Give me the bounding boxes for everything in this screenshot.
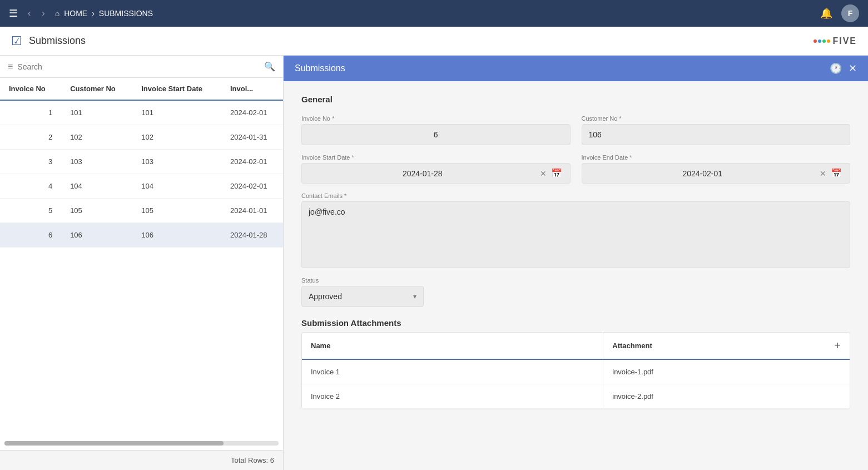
search-input[interactable] xyxy=(17,62,260,71)
att-name-cell: Invoice 2 xyxy=(302,384,603,409)
breadcrumb: ⌂ HOME › SUBMISSIONS xyxy=(55,9,153,18)
col-invoice-extra: Invoi... xyxy=(221,78,283,100)
attachment-col-label: Attachment xyxy=(612,342,652,350)
table-body: 1 101 101 2024-02-01 2 102 102 2024-01-3… xyxy=(0,100,283,248)
nav-back-button[interactable]: ‹ xyxy=(24,6,34,21)
table-row[interactable]: 5 105 105 2024-01-01 xyxy=(0,199,283,223)
table-row[interactable]: 1 101 101 2024-02-01 xyxy=(0,100,283,125)
cell-row-num: 5 xyxy=(0,199,61,223)
app-header-title: Submissions xyxy=(29,35,86,47)
logo-dot-orange xyxy=(827,39,830,43)
add-attachment-button[interactable]: + xyxy=(834,339,841,352)
invoice-no-input[interactable] xyxy=(301,124,571,145)
col-customer-no: Customer No xyxy=(61,78,132,100)
invoice-end-date-label: Invoice End Date * xyxy=(582,154,851,161)
att-name-cell: Invoice 1 xyxy=(302,359,603,384)
topbar-left: ☰ ‹ › ⌂ HOME › SUBMISSIONS xyxy=(9,6,153,21)
form-header-actions: 🕐 ✕ xyxy=(830,62,857,75)
home-label[interactable]: HOME xyxy=(64,9,87,18)
logo-dot-red xyxy=(814,39,817,43)
data-table: Invoice No Customer No Invoice Start Dat… xyxy=(0,78,283,248)
form-body: General Invoice No * Customer No * Invoi… xyxy=(284,81,868,470)
form-row-4: Status Approved ▾ Approved Pending Rejec… xyxy=(301,277,850,307)
cell-row-num: 3 xyxy=(0,150,61,174)
topbar-right: 🔔 F xyxy=(820,4,859,22)
table-container: Invoice No Customer No Invoice Start Dat… xyxy=(0,78,283,437)
col-start-date: Invoice Start Date xyxy=(132,78,221,100)
attachment-row: Invoice 1 invoice-1.pdf xyxy=(302,359,850,384)
end-date-clear-button[interactable]: ✕ xyxy=(817,169,829,178)
invoice-end-date-group: Invoice End Date * ✕ 📅 xyxy=(582,154,851,184)
cell-start-date: 2024-01-31 xyxy=(221,125,283,150)
form-row-3: Contact Emails * jo@five.co xyxy=(301,192,850,268)
table-row[interactable]: 3 103 103 2024-02-01 xyxy=(0,150,283,174)
cell-customer-no: 106 xyxy=(132,223,221,248)
cell-row-num: 1 xyxy=(0,100,61,125)
avatar[interactable]: F xyxy=(841,4,859,22)
att-col-attachment-header: Attachment + xyxy=(603,333,850,359)
cell-customer-no: 104 xyxy=(132,174,221,199)
customer-no-input[interactable] xyxy=(582,124,851,145)
five-logo: FIVE xyxy=(814,36,857,46)
table-header: Invoice No Customer No Invoice Start Dat… xyxy=(0,78,283,100)
notification-icon[interactable]: 🔔 xyxy=(820,7,832,19)
cell-start-date: 2024-02-01 xyxy=(221,100,283,125)
invoice-end-date-wrapper: ✕ 📅 xyxy=(582,163,851,184)
customer-no-label: Customer No * xyxy=(582,115,851,122)
attachments-table-wrapper: Name Attachment + Invoice 1 xyxy=(301,332,850,409)
right-panel: Submissions 🕐 ✕ General Invoice No * Cus… xyxy=(284,56,868,470)
invoice-start-date-group: Invoice Start Date * ✕ 📅 xyxy=(301,154,571,184)
form-row-1: Invoice No * Customer No * xyxy=(301,115,850,145)
filter-icon[interactable]: ≡ xyxy=(8,62,13,72)
table-row[interactable]: 4 104 104 2024-02-01 xyxy=(0,174,283,199)
nav-forward-button[interactable]: › xyxy=(38,6,48,21)
status-select-wrapper[interactable]: Approved ▾ Approved Pending Rejected xyxy=(301,286,424,307)
invoice-start-date-input[interactable] xyxy=(307,169,538,178)
att-file-cell: invoice-1.pdf xyxy=(603,359,850,384)
end-date-calendar-button[interactable]: 📅 xyxy=(829,168,844,179)
scrollbar-area xyxy=(0,437,283,450)
cell-row-num: 2 xyxy=(0,125,61,150)
cell-invoice-no: 103 xyxy=(61,150,132,174)
section-general-title: General xyxy=(301,95,850,104)
close-button[interactable]: ✕ xyxy=(849,62,857,75)
status-label: Status xyxy=(301,277,424,284)
search-bar: ≡ 🔍 xyxy=(0,56,283,78)
attachments-section-title: Submission Attachments xyxy=(301,318,850,328)
home-icon: ⌂ xyxy=(55,9,59,18)
attachments-header-row: Submission Attachments xyxy=(301,318,850,328)
start-date-calendar-button[interactable]: 📅 xyxy=(549,168,564,179)
menu-icon[interactable]: ☰ xyxy=(9,7,18,19)
cell-invoice-no: 104 xyxy=(61,174,132,199)
scrollbar-track[interactable] xyxy=(4,441,279,446)
table-row[interactable]: 6 106 106 2024-01-28 xyxy=(0,223,283,248)
form-title: Submissions xyxy=(295,63,345,73)
search-icon[interactable]: 🔍 xyxy=(264,61,275,72)
status-group: Status Approved ▾ Approved Pending Rejec… xyxy=(301,277,424,307)
logo-dot-green xyxy=(822,39,826,43)
five-logo-text: FIVE xyxy=(832,36,857,46)
cell-row-num: 6 xyxy=(0,223,61,248)
logo-dot-blue xyxy=(818,39,821,43)
left-panel: ≡ 🔍 Invoice No Customer No Invoice Start… xyxy=(0,56,284,470)
att-file-cell: invoice-2.pdf xyxy=(603,384,850,409)
invoice-end-date-input[interactable] xyxy=(588,169,818,178)
cell-start-date: 2024-01-01 xyxy=(221,199,283,223)
main-layout: ≡ 🔍 Invoice No Customer No Invoice Start… xyxy=(0,56,868,470)
att-col-name-header: Name xyxy=(302,333,603,359)
invoice-start-date-wrapper: ✕ 📅 xyxy=(301,163,571,184)
start-date-clear-button[interactable]: ✕ xyxy=(538,169,549,178)
invoice-no-group: Invoice No * xyxy=(301,115,571,145)
contact-emails-label: Contact Emails * xyxy=(301,192,850,199)
cell-customer-no: 102 xyxy=(132,125,221,150)
total-rows-label: Total Rows: 6 xyxy=(231,456,274,464)
scrollbar-thumb[interactable] xyxy=(4,441,224,446)
cell-invoice-no: 105 xyxy=(61,199,132,223)
history-button[interactable]: 🕐 xyxy=(830,62,842,75)
cell-invoice-no: 101 xyxy=(61,100,132,125)
col-invoice-no: Invoice No xyxy=(0,78,61,100)
table-row[interactable]: 2 102 102 2024-01-31 xyxy=(0,125,283,150)
contact-emails-textarea[interactable]: jo@five.co xyxy=(301,201,850,268)
attachments-thead: Name Attachment + xyxy=(302,333,850,359)
cell-customer-no: 103 xyxy=(132,150,221,174)
